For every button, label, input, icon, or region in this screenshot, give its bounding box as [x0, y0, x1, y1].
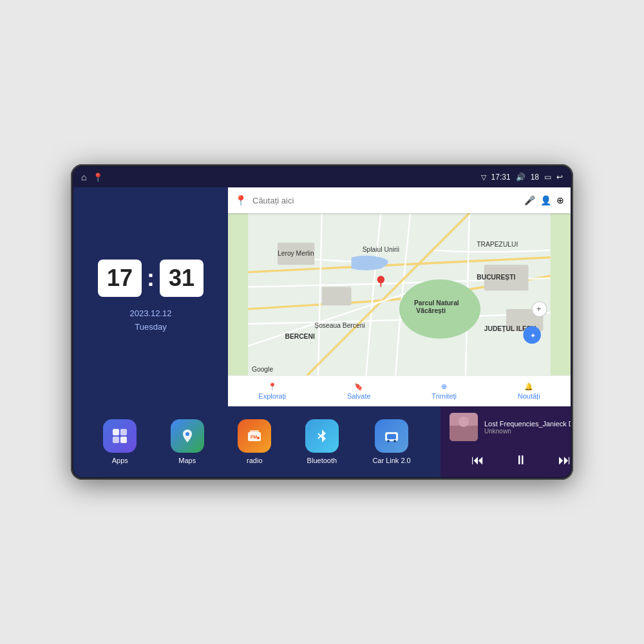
account-icon[interactable]: 👤 — [540, 195, 551, 205]
svg-point-34 — [393, 440, 396, 442]
svg-rect-25 — [120, 437, 127, 443]
svg-point-30 — [257, 437, 260, 439]
svg-point-37 — [459, 417, 469, 427]
send-label: Trimiteți — [431, 392, 457, 400]
app-item-radio[interactable]: FM radio — [238, 419, 271, 464]
svg-rect-24 — [113, 437, 119, 443]
carlink-label: Car Link 2.0 — [372, 457, 410, 464]
svg-text:Șoseaua Berceni: Șoseaua Berceni — [314, 322, 365, 329]
svg-rect-32 — [387, 434, 396, 439]
date-value: 2023.12.12 — [129, 307, 171, 321]
svg-rect-23 — [120, 429, 127, 435]
clock-display: 17 : 31 — [98, 260, 204, 297]
svg-rect-0 — [248, 213, 551, 375]
music-controls: ⏮ ⏸ ⏭ — [450, 448, 571, 473]
clock-colon: : — [147, 265, 155, 292]
svg-rect-3 — [322, 287, 352, 306]
svg-point-26 — [185, 432, 189, 436]
news-icon: 🔔 — [524, 383, 533, 391]
app-item-apps[interactable]: Apps — [103, 419, 137, 464]
saved-label: Salvate — [347, 392, 371, 400]
saved-icon: 🔖 — [354, 383, 363, 391]
news-label: Noutăți — [518, 392, 540, 400]
svg-rect-36 — [450, 426, 478, 441]
main-content: 17 : 31 2023.12.12 Tuesday 📍 🎤 👤 ⊕ — [73, 187, 571, 406]
svg-text:FM: FM — [251, 435, 257, 439]
status-time: 17:31 — [491, 173, 511, 182]
map-search-input[interactable] — [252, 196, 519, 205]
play-pause-button[interactable]: ⏸ — [507, 450, 535, 470]
svg-text:✦: ✦ — [530, 332, 536, 339]
app-item-maps[interactable]: Maps — [171, 419, 204, 464]
music-panel: Lost Frequencies_Janieck Devy-... Unknow… — [440, 406, 571, 477]
map-panel[interactable]: 📍 🎤 👤 ⊕ — [228, 187, 571, 406]
svg-rect-28 — [250, 430, 259, 433]
bottom-row: Apps Maps — [73, 406, 571, 477]
explore-icon: 📍 — [268, 383, 277, 391]
svg-text:Google: Google — [252, 366, 273, 373]
next-button[interactable]: ⏭ — [551, 450, 571, 470]
send-icon: ⊕ — [441, 383, 447, 391]
screen: ⌂ 📍 ▽ 17:31 🔊 18 ▭ ↩ 17 : 31 — [73, 167, 571, 477]
apps-icon-bg — [103, 419, 137, 453]
clock-panel: 17 : 31 2023.12.12 Tuesday — [73, 187, 228, 406]
svg-text:TRAPEZULUI: TRAPEZULUI — [477, 241, 518, 248]
maps-icon-bg — [171, 419, 204, 453]
status-left: ⌂ 📍 — [81, 172, 103, 182]
svg-text:+: + — [536, 305, 541, 314]
app-item-carlink[interactable]: Car Link 2.0 — [372, 419, 410, 464]
volume-level: 18 — [531, 173, 539, 182]
bluetooth-label: Bluetooth — [307, 457, 337, 464]
svg-text:Văcărești: Văcărești — [416, 307, 446, 314]
music-title: Lost Frequencies_Janieck Devy-... — [484, 420, 571, 428]
explore-label: Explorați — [258, 392, 286, 400]
volume-icon: 🔊 — [516, 173, 526, 182]
map-area[interactable]: Parcul Natural Văcărești Leroy Merlin BE… — [228, 213, 571, 375]
svg-text:Parcul Natural: Parcul Natural — [414, 299, 459, 307]
apps-label: Apps — [112, 457, 128, 464]
app-item-bluetooth[interactable]: Bluetooth — [305, 419, 339, 464]
clock-hour: 17 — [98, 260, 142, 297]
music-info: Lost Frequencies_Janieck Devy-... Unknow… — [450, 413, 571, 441]
svg-text:BERCENI: BERCENI — [285, 333, 314, 340]
svg-text:Splaiul Unirii: Splaiul Unirii — [363, 246, 399, 253]
home-icon[interactable]: ⌂ — [81, 172, 86, 182]
back-icon[interactable]: ↩ — [556, 173, 563, 182]
carlink-icon-bg — [375, 419, 408, 453]
battery-icon: ▭ — [544, 173, 551, 182]
map-search-bar: 📍 🎤 👤 ⊕ — [228, 187, 571, 213]
day-value: Tuesday — [129, 321, 171, 334]
svg-text:Leroy Merlin: Leroy Merlin — [278, 250, 314, 257]
map-nav-saved[interactable]: 🔖 Salvate — [347, 383, 371, 400]
map-nav-explore[interactable]: 📍 Explorați — [258, 383, 286, 400]
date-display: 2023.12.12 Tuesday — [129, 307, 171, 334]
bluetooth-icon-bg — [305, 419, 339, 453]
map-logo-icon: 📍 — [234, 194, 247, 207]
radio-label: radio — [247, 457, 262, 464]
prev-button[interactable]: ⏮ — [464, 450, 492, 470]
map-nav-news[interactable]: 🔔 Noutăți — [518, 383, 540, 400]
maps-pin-icon[interactable]: 📍 — [93, 173, 103, 182]
music-thumbnail — [450, 413, 478, 441]
radio-icon-bg: FM — [238, 419, 271, 453]
music-artist: Unknown — [484, 428, 571, 435]
svg-text:BUCUREȘTI: BUCUREȘTI — [477, 274, 515, 281]
map-nav-send[interactable]: ⊕ Trimiteți — [431, 383, 457, 400]
clock-minute: 31 — [160, 260, 204, 297]
svg-point-33 — [387, 440, 390, 442]
status-right: ▽ 17:31 🔊 18 ▭ ↩ — [481, 173, 563, 182]
map-nav-bar: 📍 Explorați 🔖 Salvate ⊕ Trimiteți 🔔 Nout… — [228, 375, 571, 406]
maps-label: Maps — [178, 457, 196, 464]
signal-icon: ▽ — [481, 173, 486, 182]
device-frame: ⌂ 📍 ▽ 17:31 🔊 18 ▭ ↩ 17 : 31 — [71, 164, 573, 480]
svg-rect-22 — [113, 429, 119, 435]
apps-panel: Apps Maps — [73, 406, 440, 477]
status-bar: ⌂ 📍 ▽ 17:31 🔊 18 ▭ ↩ — [73, 167, 571, 187]
layers-icon[interactable]: ⊕ — [556, 195, 564, 205]
mic-icon[interactable]: 🎤 — [524, 195, 535, 205]
music-text: Lost Frequencies_Janieck Devy-... Unknow… — [484, 420, 571, 435]
